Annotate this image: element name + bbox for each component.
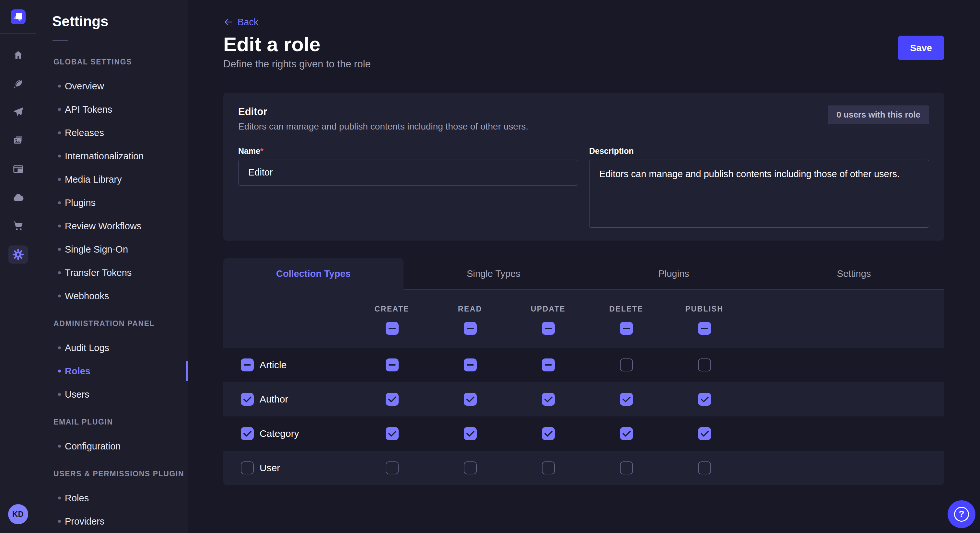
tab-settings[interactable]: Settings — [764, 258, 944, 290]
subnav-item-transfer-tokens[interactable]: Transfer Tokens — [36, 261, 188, 284]
description-textarea[interactable]: Editors can manage and publish contents … — [589, 160, 929, 228]
category-delete-checkbox[interactable] — [620, 427, 633, 440]
column-label: PUBLISH — [686, 305, 724, 314]
row-category-checkbox[interactable] — [241, 427, 254, 440]
settings-subnav: Settings GLOBAL SETTINGSOverviewAPI Toke… — [36, 0, 188, 533]
main-content: Back Edit a role Define the rights given… — [188, 0, 980, 533]
subnav-item-media-library[interactable]: Media Library — [36, 168, 188, 191]
tab-plugins[interactable]: Plugins — [584, 258, 764, 290]
subnav-item-single-sign-on[interactable]: Single Sign-On — [36, 238, 188, 261]
subnav-item-plugins[interactable]: Plugins — [36, 191, 188, 214]
subnav-item-label: Plugins — [65, 198, 95, 208]
article-read-checkbox[interactable] — [464, 359, 477, 371]
author-delete-checkbox[interactable] — [620, 393, 633, 406]
strapi-logo[interactable] — [11, 10, 25, 24]
subnav-item-webhooks[interactable]: Webhooks — [36, 284, 188, 308]
subnav-item-roles[interactable]: Roles — [36, 359, 188, 383]
help-button[interactable]: ? — [948, 500, 975, 528]
user-read-checkbox[interactable] — [464, 462, 477, 474]
media-library-icon[interactable] — [8, 132, 28, 150]
article-delete-checkbox[interactable] — [620, 359, 633, 371]
cart-icon[interactable] — [8, 217, 28, 235]
bullet-icon — [58, 225, 61, 228]
subnav-item-audit-logs[interactable]: Audit Logs — [36, 336, 188, 359]
cell-author-publish — [665, 393, 743, 406]
subnav-section-global-settings: GLOBAL SETTINGSOverviewAPI TokensRelease… — [36, 58, 188, 308]
subnav-item-overview[interactable]: Overview — [36, 75, 188, 98]
subnav-item-api-tokens[interactable]: API Tokens — [36, 98, 188, 121]
subnav-section-label: GLOBAL SETTINGS — [36, 58, 188, 66]
category-update-checkbox[interactable] — [542, 427, 555, 440]
row-user-checkbox[interactable] — [241, 462, 254, 474]
permissions-tabbar: Collection Types Single Types Plugins Se… — [223, 258, 944, 290]
home-icon[interactable] — [8, 46, 28, 64]
subnav-item-label: Configuration — [65, 441, 121, 452]
page-title: Edit a role — [223, 34, 944, 55]
subnav-item-releases[interactable]: Releases — [36, 121, 188, 144]
row-author-checkbox[interactable] — [241, 393, 254, 406]
cell-category-publish — [665, 427, 743, 440]
feather-icon[interactable] — [8, 75, 28, 93]
row-head-cell: User — [223, 462, 353, 474]
save-button[interactable]: Save — [898, 36, 944, 60]
cell-article-update — [509, 359, 587, 371]
article-create-checkbox[interactable] — [386, 359, 399, 371]
row-label: Article — [259, 359, 286, 370]
subnav-section-users-permissions-plugin: USERS & PERMISSIONS PLUGINRolesProviders — [36, 470, 188, 533]
article-update-checkbox[interactable] — [542, 359, 555, 371]
bullet-icon — [58, 155, 61, 158]
user-avatar[interactable]: KD — [8, 504, 28, 524]
bullet-icon — [58, 520, 61, 523]
permission-row-article: Article — [223, 348, 944, 382]
bullet-icon — [58, 248, 61, 251]
rail-icons — [8, 34, 28, 274]
permissions-header: CREATEREADUPDATEDELETEPUBLISH — [223, 290, 944, 348]
author-publish-checkbox[interactable] — [698, 393, 711, 406]
select-all-create-checkbox[interactable] — [386, 322, 399, 335]
subnav-item-internationalization[interactable]: Internationalization — [36, 144, 188, 168]
name-input[interactable] — [238, 160, 578, 186]
subnav-item-label: Releases — [65, 128, 104, 138]
row-article-checkbox[interactable] — [241, 359, 254, 371]
subnav-item-review-workflows[interactable]: Review Workflows — [36, 214, 188, 238]
subnav-item-label: Overview — [65, 81, 104, 92]
author-update-checkbox[interactable] — [542, 393, 555, 406]
subnav-item-label: Media Library — [65, 174, 122, 185]
name-field-group: Name* — [238, 146, 578, 229]
bullet-icon — [58, 497, 61, 500]
author-read-checkbox[interactable] — [464, 393, 477, 406]
users-count-badge[interactable]: 0 users with this role — [828, 106, 929, 124]
tab-collection-types[interactable]: Collection Types — [223, 258, 404, 290]
page-subtitle: Define the rights given to the role — [223, 58, 944, 70]
author-create-checkbox[interactable] — [386, 393, 399, 406]
bullet-icon — [58, 132, 61, 134]
user-create-checkbox[interactable] — [386, 462, 399, 474]
category-create-checkbox[interactable] — [386, 427, 399, 440]
category-read-checkbox[interactable] — [464, 427, 477, 440]
subnav-item-roles[interactable]: Roles — [36, 486, 188, 510]
subnav-section-email-plugin: EMAIL PLUGINConfiguration — [36, 418, 188, 458]
cloud-icon[interactable] — [8, 189, 28, 206]
user-update-checkbox[interactable] — [542, 462, 555, 474]
subnav-item-providers[interactable]: Providers — [36, 510, 188, 533]
back-link[interactable]: Back — [223, 17, 258, 27]
name-field-label: Name* — [238, 146, 264, 155]
user-publish-checkbox[interactable] — [698, 462, 711, 474]
subnav-section-list: Configuration — [36, 435, 188, 458]
paper-plane-icon[interactable] — [8, 103, 28, 121]
layout-icon[interactable] — [8, 160, 28, 178]
gear-icon[interactable] — [8, 246, 28, 263]
column-label: READ — [458, 305, 482, 314]
bullet-icon — [58, 370, 61, 373]
category-publish-checkbox[interactable] — [698, 427, 711, 440]
subnav-item-configuration[interactable]: Configuration — [36, 435, 188, 458]
subnav-item-users[interactable]: Users — [36, 383, 188, 406]
select-all-read-checkbox[interactable] — [464, 322, 477, 335]
article-publish-checkbox[interactable] — [698, 359, 711, 371]
select-all-publish-checkbox[interactable] — [698, 322, 711, 335]
select-all-update-checkbox[interactable] — [542, 322, 555, 335]
select-all-delete-checkbox[interactable] — [620, 322, 633, 335]
tab-single-types[interactable]: Single Types — [404, 258, 584, 290]
user-delete-checkbox[interactable] — [620, 462, 633, 474]
permissions-panel: Collection Types Single Types Plugins Se… — [223, 258, 944, 485]
